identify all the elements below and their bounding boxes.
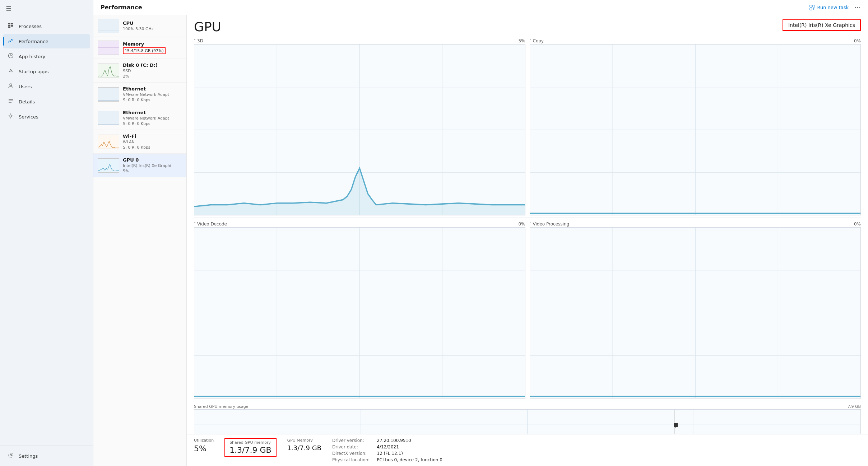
main-content: CPU 100% 3.30 GHz Memory 15.4/15.8 GB (9… [93,15,868,466]
sidebar-nav: Processes Performance App history [0,18,93,446]
svg-rect-0 [8,23,10,24]
shared-gpu-memory-section: Shared GPU memory usage 7.9 GB [194,403,861,432]
chart-video-processing-label: ˅ Video Processing [530,222,570,227]
chart-3d-label: ˅ 3D [194,38,203,43]
chevron-3d: ˅ [194,39,196,43]
processes-icon [7,23,14,30]
memory-name: Memory [123,41,182,47]
svg-rect-27 [98,111,119,125]
ethernet1-sub2: S: 0 R: 0 Kbps [123,98,182,102]
device-item-memory[interactable]: Memory 15.4/15.8 GB (97%) [93,37,186,59]
device-item-ethernet1[interactable]: Ethernet VMware Network Adapt S: 0 R: 0 … [93,83,186,106]
cursor-arrow [674,423,678,427]
memory-chart-labels: Shared GPU memory usage 7.9 GB [194,403,861,409]
run-new-task-button[interactable]: Run new task [809,5,849,10]
sidebar-item-performance[interactable]: Performance [3,34,90,48]
svg-rect-20 [810,8,812,10]
gpu-memory-label: GPU Memory [287,438,321,443]
sidebar-item-label-performance: Performance [19,39,48,44]
shared-gpu-memory-max: 7.9 GB [848,404,861,409]
chart-3d-section: ˅ 3D 5% [194,37,525,215]
svg-rect-28 [98,135,119,149]
charts-area: ˅ 3D 5% [187,37,868,434]
device-item-ethernet2[interactable]: Ethernet VMware Network Adapt S: 0 R: 0 … [93,106,186,130]
svg-rect-4 [8,27,10,28]
chart-copy-section: ˅ Copy 0% [530,37,861,215]
chevron-video-decode: ˅ [194,222,196,226]
gpu-info: GPU 0 Intel(R) Iris(R) Xe Graphi 5% [123,157,182,173]
sidebar-item-details[interactable]: Details [3,94,90,109]
info-bar: Utilization 5% Shared GPU memory 1.3/7.9… [187,434,868,466]
utilization-label: Utilization [194,438,214,443]
sidebar-item-startup-apps[interactable]: Startup apps [3,64,90,79]
sidebar-item-label-processes: Processes [19,24,42,29]
chart-video-decode-label: ˅ Video Decode [194,222,227,227]
sidebar-bottom: Settings [0,446,93,466]
cpu-sparkline [98,19,119,33]
chart-video-decode-labels: ˅ Video Decode 0% [194,220,525,227]
chart-divider-1 [194,218,861,218]
shared-gpu-memory-stat-value: 1.3/7.9 GB [229,446,271,455]
device-item-wifi[interactable]: Wi-Fi WLAN S: 0 R: 0 Kbps [93,130,186,154]
ethernet1-name: Ethernet [123,86,182,92]
chart-video-processing-percent: 0% [854,222,861,227]
cpu-info: CPU 100% 3.30 GHz [123,20,182,31]
sidebar-item-label-services: Services [19,114,38,120]
gpu-memory-value: 1.3/7.9 GB [287,444,321,452]
sidebar-item-label-app-history: App history [19,54,45,59]
cpu-name: CPU [123,20,182,26]
sidebar-item-label-users: Users [19,84,32,89]
chart-copy-label: ˅ Copy [530,38,544,43]
chart-3d-text: 3D [197,38,203,43]
sidebar-item-processes[interactable]: Processes [3,19,90,33]
startup-apps-icon [7,68,14,75]
settings-icon [7,452,14,460]
shared-gpu-memory-stat-label: Shared GPU memory [229,440,271,445]
physical-location-value: PCI bus 0, device 2, function 0 [377,457,442,462]
memory-info: Memory 15.4/15.8 GB (97%) [123,41,182,54]
svg-point-16 [10,455,12,456]
chart-copy-labels: ˅ Copy 0% [530,37,861,44]
chart-3d-percent: 5% [518,38,525,43]
directx-label: DirectX version: [332,451,370,456]
sidebar-item-users[interactable]: Users [3,79,90,94]
sidebar-item-label-details: Details [19,99,35,104]
driver-date-value: 4/12/2021 [377,444,442,449]
directx-value: 12 (FL 12.1) [377,451,442,456]
driver-version-value: 27.20.100.9510 [377,438,442,443]
wifi-name: Wi-Fi [123,134,182,139]
sidebar-header: ☰ [0,0,93,18]
page-title: Performance [101,4,142,11]
ethernet2-name: Ethernet [123,110,182,115]
svg-rect-1 [11,23,13,24]
sidebar-item-services[interactable]: Services [3,109,90,124]
svg-point-7 [10,84,12,86]
ethernet1-sub1: VMware Network Adapt [123,92,182,97]
performance-icon [7,38,14,45]
cpu-sub: 100% 3.30 GHz [123,27,182,31]
wifi-sub1: WLAN [123,140,182,144]
chart-video-decode-text: Video Decode [197,222,227,227]
ethernet2-sparkline [98,111,119,125]
memory-sparkline [98,41,119,55]
gpu-name: GPU 0 [123,157,182,163]
svg-rect-26 [98,88,119,101]
device-item-gpu[interactable]: GPU 0 Intel(R) Iris(R) Xe Graphi 5% [93,154,186,177]
device-item-disk[interactable]: Disk 0 (C: D:) SSD 2% [93,59,186,83]
more-options-button[interactable]: ⋯ [854,4,861,11]
ethernet1-info: Ethernet VMware Network Adapt S: 0 R: 0 … [123,86,182,102]
svg-point-11 [10,115,12,117]
device-item-cpu[interactable]: CPU 100% 3.30 GHz [93,15,186,37]
hamburger-icon[interactable]: ☰ [6,5,11,13]
sidebar-item-settings[interactable]: Settings [3,449,90,463]
svg-point-17 [9,453,13,457]
gpu-memory-stat: GPU Memory 1.3/7.9 GB [287,438,329,452]
sidebar: ☰ Processes Performance [0,0,93,466]
chevron-copy: ˅ [530,39,532,43]
gpu-sub1: Intel(R) Iris(R) Xe Graphi [123,163,182,168]
sidebar-item-app-history[interactable]: App history [3,49,90,64]
detail-title: GPU [194,19,221,34]
disk-sub2: 2% [123,74,182,79]
ethernet2-sub1: VMware Network Adapt [123,116,182,121]
detail-panel: GPU Intel(R) Iris(R) Xe Graphics ˅ 3D 5% [187,15,868,466]
